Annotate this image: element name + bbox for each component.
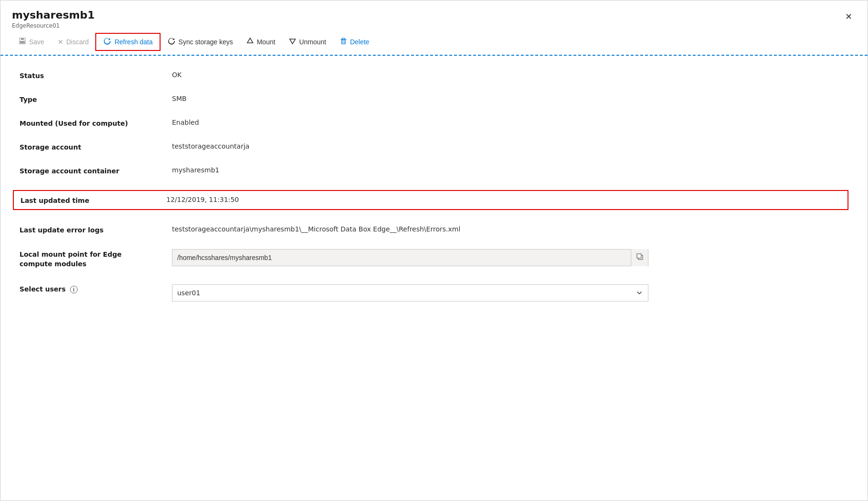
field-label-storage-container: Storage account container [20, 166, 172, 175]
svg-rect-1 [21, 38, 24, 40]
field-label-type: Type [20, 95, 172, 103]
field-value-type: SMB [172, 95, 848, 102]
info-icon[interactable]: i [70, 286, 78, 293]
close-button[interactable]: ✕ [841, 9, 856, 24]
copy-icon [636, 253, 644, 262]
users-dropdown[interactable]: user01 [172, 284, 648, 301]
field-value-storage-account: teststorageaccountarja [172, 142, 848, 150]
unmount-button[interactable]: Unmount [282, 34, 333, 50]
close-icon: ✕ [845, 11, 852, 22]
refresh-label: Refresh data [114, 38, 152, 46]
field-last-updated: Last updated time 12/12/2019, 11:31:50 [13, 190, 848, 210]
field-value-storage-container: mysharesmb1 [172, 166, 848, 174]
svg-marker-4 [290, 39, 295, 44]
svg-rect-5 [341, 39, 346, 40]
field-value-mounted: Enabled [172, 119, 848, 126]
discard-icon: ✕ [58, 38, 63, 46]
save-button[interactable]: Save [12, 34, 51, 50]
field-value-error-logs: teststorageaccountarja\mysharesmb1\__Mic… [172, 225, 848, 233]
users-selected-value: user01 [172, 289, 631, 297]
field-error-logs: Last update error logs teststorageaccoun… [20, 225, 848, 234]
field-mount-point: Local mount point for Edgecompute module… [20, 249, 848, 269]
field-value-status: OK [172, 71, 848, 79]
mount-icon [246, 37, 254, 47]
svg-rect-6 [342, 40, 345, 44]
field-value-last-updated: 12/12/2019, 11:31:50 [166, 196, 841, 203]
mount-point-input[interactable] [172, 254, 631, 261]
save-icon [19, 37, 26, 47]
sync-button[interactable]: Sync storage keys [161, 34, 240, 50]
refresh-icon [103, 37, 111, 47]
svg-rect-10 [637, 254, 641, 258]
svg-marker-3 [247, 38, 253, 43]
field-select-users: Select users i user01 [20, 284, 848, 301]
window-title: mysharesmb1 [12, 9, 95, 21]
window-subtitle: EdgeResource01 [12, 22, 95, 29]
mount-button[interactable]: Mount [240, 34, 282, 50]
field-status: Status OK [20, 71, 848, 80]
title-bar: mysharesmb1 EdgeResource01 ✕ [0, 0, 868, 33]
title-block: mysharesmb1 EdgeResource01 [12, 9, 95, 29]
sync-label: Sync storage keys [179, 38, 233, 46]
delete-button[interactable]: Delete [333, 34, 376, 50]
copy-mount-point-button[interactable] [631, 249, 648, 266]
discard-button[interactable]: ✕ Discard [51, 35, 95, 49]
unmount-label: Unmount [299, 38, 326, 46]
field-label-select-users: Select users i [20, 284, 172, 294]
refresh-button[interactable]: Refresh data [95, 33, 160, 51]
svg-rect-2 [20, 41, 25, 43]
main-window: mysharesmb1 EdgeResource01 ✕ Save ✕ Disc… [0, 0, 868, 501]
delete-label: Delete [350, 38, 369, 46]
toolbar: Save ✕ Discard Refresh data Sync storage… [0, 33, 868, 56]
field-label-error-logs: Last update error logs [20, 225, 172, 234]
field-storage-account: Storage account teststorageaccountarja [20, 142, 848, 151]
field-label-last-updated: Last updated time [20, 196, 166, 204]
chevron-down-icon [631, 284, 648, 301]
field-mounted: Mounted (Used for compute) Enabled [20, 119, 848, 127]
content-area: Status OK Type SMB Mounted (Used for com… [0, 56, 868, 331]
delete-icon [340, 37, 347, 47]
sync-icon [167, 37, 176, 47]
mount-input-wrapper [172, 249, 648, 266]
field-label-mounted: Mounted (Used for compute) [20, 119, 172, 127]
field-label-status: Status [20, 71, 172, 80]
field-storage-container: Storage account container mysharesmb1 [20, 166, 848, 175]
save-label: Save [29, 38, 44, 46]
field-label-storage-account: Storage account [20, 142, 172, 151]
mount-label: Mount [257, 38, 275, 46]
field-label-mount-point: Local mount point for Edgecompute module… [20, 249, 172, 269]
discard-label: Discard [66, 38, 89, 46]
unmount-icon [289, 37, 296, 47]
field-type: Type SMB [20, 95, 848, 103]
